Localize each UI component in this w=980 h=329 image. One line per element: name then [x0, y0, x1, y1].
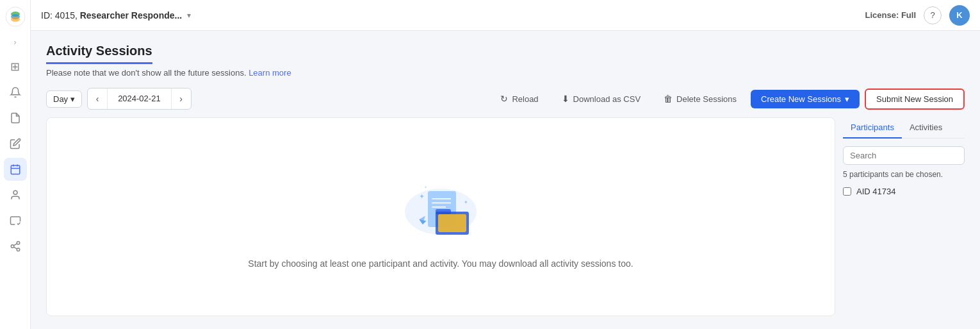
- license-value: Full: [901, 10, 916, 20]
- create-label: Create New Sessions: [761, 94, 841, 104]
- submit-session-button[interactable]: Submit New Session: [865, 89, 965, 110]
- sidebar-item-notifications[interactable]: [4, 81, 27, 104]
- trash-icon: 🗑: [664, 94, 673, 104]
- download-icon: ⬇: [562, 94, 569, 104]
- learn-more-link[interactable]: Learn more: [249, 68, 291, 78]
- sidebar-item-share[interactable]: [4, 235, 27, 258]
- content-area: ✦ ✦ ✦ Start by choosing at least one par…: [46, 117, 965, 316]
- app-logo[interactable]: [5, 6, 26, 27]
- avatar[interactable]: K: [949, 5, 970, 26]
- reload-label: Reload: [512, 94, 538, 104]
- reload-button[interactable]: ↻ Reload: [491, 89, 547, 108]
- svg-point-3: [11, 17, 20, 22]
- empty-state-text: Start by choosing at least one participa…: [248, 258, 633, 269]
- day-dropdown-icon: ▾: [70, 94, 75, 104]
- sidebar-item-notes[interactable]: [4, 132, 27, 155]
- svg-text:✦: ✦: [464, 199, 468, 205]
- tab-activities[interactable]: Activities: [902, 117, 950, 139]
- svg-text:✦: ✦: [424, 185, 427, 189]
- main-content: ID: 4015, Researcher Responde... ▾ Licen…: [31, 0, 980, 329]
- project-name: Researcher Responde...: [80, 10, 183, 21]
- svg-line-13: [13, 244, 17, 246]
- page-header: Activity Sessions: [46, 44, 965, 64]
- notice-text: Please note that we don't show all the f…: [46, 68, 965, 78]
- search-input[interactable]: [843, 146, 965, 165]
- right-panel: Participants Activities 5 participants c…: [843, 117, 965, 316]
- sidebar-collapse-button[interactable]: ›: [8, 35, 23, 50]
- download-label: Download as CSV: [573, 94, 641, 104]
- help-button[interactable]: ?: [924, 6, 942, 24]
- svg-point-9: [17, 242, 20, 245]
- sidebar-item-users[interactable]: [4, 183, 27, 207]
- tab-participants[interactable]: Participants: [843, 117, 902, 139]
- sidebar-item-documents[interactable]: [4, 106, 27, 130]
- project-id: ID: 4015, Researcher Responde...: [41, 10, 182, 21]
- page-title: Activity Sessions: [46, 44, 152, 64]
- svg-rect-20: [436, 209, 451, 214]
- topbar-left: ID: 4015, Researcher Responde... ▾: [41, 10, 191, 21]
- delete-sessions-button[interactable]: 🗑 Delete Sessions: [655, 89, 746, 108]
- participant-item: AID 41734: [843, 184, 965, 199]
- sidebar-item-reports[interactable]: [4, 209, 27, 232]
- date-value: 2024-02-21: [107, 89, 172, 109]
- sidebar-item-calendar[interactable]: [4, 158, 27, 181]
- search-wrap: [843, 146, 965, 165]
- participant-label: AID 41734: [856, 187, 895, 196]
- toolbar: Day ▾ ‹ 2024-02-21 › ↻ Reload ⬇ Download…: [46, 88, 965, 110]
- svg-rect-4: [11, 165, 20, 174]
- day-select[interactable]: Day ▾: [46, 90, 82, 108]
- topbar: ID: 4015, Researcher Responde... ▾ Licen…: [31, 0, 980, 31]
- svg-point-8: [13, 190, 17, 194]
- svg-line-12: [13, 247, 17, 249]
- project-dropdown-icon[interactable]: ▾: [187, 11, 191, 20]
- svg-point-10: [11, 245, 14, 248]
- svg-text:✦: ✦: [419, 192, 425, 200]
- download-csv-button[interactable]: ⬇ Download as CSV: [553, 89, 650, 108]
- page: Activity Sessions Please note that we do…: [31, 31, 980, 329]
- date-next-button[interactable]: ›: [172, 89, 191, 109]
- topbar-right: License: Full ? K: [865, 5, 970, 26]
- create-dropdown-icon: ▾: [845, 94, 849, 104]
- delete-label: Delete Sessions: [676, 94, 737, 104]
- empty-illustration: ✦ ✦ ✦: [389, 165, 492, 248]
- day-label: Day: [53, 94, 68, 104]
- svg-rect-21: [438, 214, 466, 232]
- participant-checkbox[interactable]: [843, 187, 851, 196]
- participants-note: 5 participants can be chosen.: [843, 170, 965, 179]
- license-info: License: Full: [865, 10, 916, 20]
- create-sessions-button[interactable]: Create New Sessions ▾: [751, 90, 860, 108]
- right-panel-tabs: Participants Activities: [843, 117, 965, 139]
- sidebar-item-home[interactable]: ⊞: [4, 55, 27, 78]
- date-prev-button[interactable]: ‹: [88, 89, 107, 109]
- svg-point-11: [17, 248, 20, 251]
- date-navigator: ‹ 2024-02-21 ›: [87, 88, 192, 110]
- reload-icon: ↻: [500, 94, 508, 104]
- submit-label: Submit New Session: [876, 94, 953, 104]
- main-panel: ✦ ✦ ✦ Start by choosing at least one par…: [46, 117, 835, 316]
- sidebar: › ⊞: [0, 0, 31, 329]
